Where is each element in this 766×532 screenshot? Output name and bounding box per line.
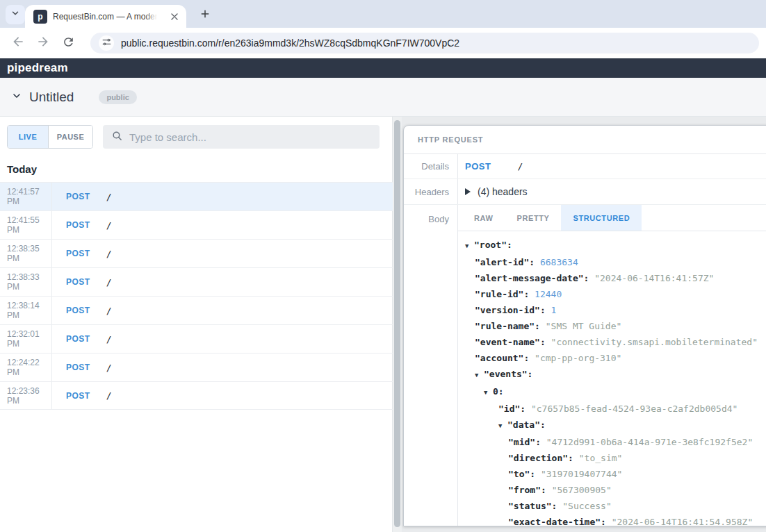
json-value: "567300905" xyxy=(552,485,612,495)
request-time: 12:23:36 PM xyxy=(0,382,52,409)
json-line: "event-name": "connectivity.smsapi.mobil… xyxy=(465,334,766,350)
request-path: / xyxy=(106,363,112,373)
tab-search-button[interactable] xyxy=(6,5,25,24)
search-input[interactable]: Type to search... xyxy=(103,125,380,149)
json-line: "exact-date-time": "2024-06-14T16:41:54.… xyxy=(465,514,766,526)
json-value: "c7657b85-fead-4524-93ea-c2af2db005d4" xyxy=(531,404,738,414)
json-value: "4712d991-0b6a-414a-971e-3e8fc192f5e2" xyxy=(546,437,753,447)
request-row[interactable]: 12:24:22 PMPOST/ xyxy=(0,353,393,381)
json-key: "to": xyxy=(508,469,535,479)
json-line: "alert-message-date": "2024-06-14T16:41:… xyxy=(465,270,766,286)
main-area: LIVE PAUSE Type to search... Today 12:41… xyxy=(0,117,766,532)
request-row[interactable]: 12:38:33 PMPOST/ xyxy=(0,267,393,296)
request-list: 12:41:57 PMPOST/12:41:55 PMPOST/12:38:35… xyxy=(0,182,393,410)
collapse-arrow-icon[interactable]: ▼ xyxy=(498,418,507,434)
collapse-arrow-icon[interactable]: ▼ xyxy=(475,367,484,383)
request-path: / xyxy=(106,249,112,259)
json-key: "rule-id": xyxy=(475,289,529,299)
request-path: / xyxy=(106,277,112,288)
chevron-down-icon xyxy=(10,8,20,21)
request-path: / xyxy=(106,220,112,231)
list-scrollbar[interactable] xyxy=(393,117,402,532)
new-tab-button[interactable] xyxy=(196,6,214,24)
forward-button[interactable] xyxy=(32,32,54,54)
plus-icon xyxy=(199,8,211,23)
json-line: "direction": "to_sim" xyxy=(465,450,766,466)
json-key: "root": xyxy=(474,240,512,250)
site-settings-button[interactable] xyxy=(99,35,114,51)
reload-button[interactable] xyxy=(57,32,79,54)
request-path: / xyxy=(106,390,112,401)
request-path: / xyxy=(106,192,112,202)
request-time: 12:32:01 PM xyxy=(0,325,52,353)
tab-close-button[interactable] xyxy=(168,10,181,23)
json-value: "2024-06-14T16:41:54.958Z" xyxy=(612,517,753,526)
json-line: "account": "cmp-pp-org-310" xyxy=(465,350,766,366)
json-line: "alert-id": 6683634 xyxy=(465,254,766,270)
url-bar[interactable]: public.requestbin.com/r/en263ia9mmd3k/2h… xyxy=(90,33,759,53)
bin-expand-chevron-icon[interactable] xyxy=(11,90,22,104)
request-method: POST xyxy=(465,161,491,172)
json-line: ▼"root": xyxy=(465,237,766,254)
collapse-arrow-icon[interactable]: ▼ xyxy=(484,385,493,401)
json-key: "alert-message-date": xyxy=(475,273,589,283)
request-time: 12:38:33 PM xyxy=(0,268,52,296)
tab-pretty[interactable]: PRETTY xyxy=(505,205,561,231)
request-row[interactable]: 12:38:35 PMPOST/ xyxy=(0,239,393,267)
json-key: 0: xyxy=(493,386,504,397)
json-line: "status": "Success" xyxy=(465,498,766,514)
url-text: public.requestbin.com/r/en263ia9mmd3k/2h… xyxy=(121,38,459,49)
pipedream-favicon-icon: p xyxy=(33,10,47,24)
tab-structured[interactable]: STRUCTURED xyxy=(561,205,642,231)
request-row[interactable]: 12:23:36 PMPOST/ xyxy=(0,381,393,410)
browser-toolbar: public.requestbin.com/r/en263ia9mmd3k/2h… xyxy=(0,28,766,58)
browser-tab[interactable]: p RequestBin.com — A modern re xyxy=(25,5,186,28)
json-key: "mid": xyxy=(508,437,541,447)
headers-label: Headers xyxy=(404,179,458,204)
json-value: 12440 xyxy=(535,289,562,299)
details-row: Details POST / xyxy=(404,154,766,179)
scrollbar-thumb[interactable] xyxy=(394,120,400,527)
json-line: ▼"data": xyxy=(465,417,766,434)
json-key: "events": xyxy=(484,369,532,379)
request-method: POST xyxy=(66,363,90,372)
request-time: 12:38:14 PM xyxy=(0,297,52,324)
request-row[interactable]: 12:41:55 PMPOST/ xyxy=(0,210,393,239)
headers-row: Headers (4) headers xyxy=(404,179,766,205)
reload-icon xyxy=(62,35,75,51)
back-button[interactable] xyxy=(7,32,29,54)
json-line: ▼"events": xyxy=(465,366,766,383)
json-value: "3197019407744" xyxy=(541,469,622,479)
json-key: "event-name": xyxy=(475,337,546,347)
pipedream-logo[interactable]: pipedream xyxy=(7,61,68,75)
request-row[interactable]: 12:41:57 PMPOST/ xyxy=(0,182,393,210)
json-value: "cmp-pp-org-310" xyxy=(535,353,621,363)
json-key: "direction": xyxy=(508,453,573,463)
request-path: / xyxy=(106,306,112,316)
request-method: POST xyxy=(66,334,90,344)
bin-title[interactable]: Untitled xyxy=(29,90,74,105)
json-line: "to": "3197019407744" xyxy=(465,466,766,482)
json-value: "Success" xyxy=(562,501,611,511)
list-section-heading: Today xyxy=(7,163,37,175)
request-method: POST xyxy=(66,306,90,315)
request-path: / xyxy=(106,334,112,344)
json-key: "from": xyxy=(508,485,546,495)
request-row[interactable]: 12:32:01 PMPOST/ xyxy=(0,324,393,353)
tab-raw[interactable]: RAW xyxy=(462,205,505,231)
json-value: "to_sim" xyxy=(579,453,623,463)
structured-json-view: ▼"root":"alert-id": 6683634"alert-messag… xyxy=(458,231,766,526)
live-button[interactable]: LIVE xyxy=(8,126,48,148)
triangle-right-icon xyxy=(465,188,471,195)
live-pause-toggle: LIVE PAUSE xyxy=(7,125,93,149)
headers-expand-toggle[interactable]: (4) headers xyxy=(465,179,528,204)
request-row[interactable]: 12:38:14 PMPOST/ xyxy=(0,296,393,324)
back-arrow-icon xyxy=(11,35,25,51)
request-method: POST xyxy=(66,192,90,201)
pause-button[interactable]: PAUSE xyxy=(48,126,92,148)
json-line: ▼0: xyxy=(465,383,766,401)
json-line: "rule-name": "SMS MT Guide" xyxy=(465,318,766,334)
tab-title: RequestBin.com — A modern re xyxy=(53,12,157,22)
collapse-arrow-icon[interactable]: ▼ xyxy=(465,238,474,254)
request-method: POST xyxy=(66,249,90,258)
